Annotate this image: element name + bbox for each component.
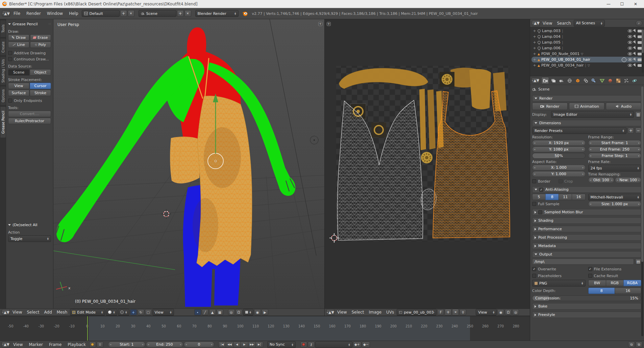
selectability-cursor-icon[interactable]: [633, 35, 637, 39]
outliner-item-label[interactable]: Lamp.004: [542, 34, 561, 39]
manipulator-scale-icon[interactable]: ▢: [145, 309, 152, 315]
aa-samples-16-button[interactable]: 16: [572, 194, 585, 200]
region-split-plus-icon[interactable]: +: [318, 22, 322, 26]
face-select-icon[interactable]: ▲: [209, 309, 216, 315]
convert-button[interactable]: Convert....: [8, 111, 51, 117]
image-datablock-selector[interactable]: pew_00_ub_0034_...: [397, 309, 437, 316]
uv-menu-view[interactable]: View: [335, 309, 349, 316]
timeline-end-field[interactable]: End: 250: [146, 342, 183, 347]
frame-rate-dropdown[interactable]: 24 fps: [588, 165, 642, 171]
outliner-item-label[interactable]: PDW_00_Nude_0001: [541, 52, 579, 56]
timeline-start-field[interactable]: Start: 1: [108, 342, 145, 347]
overwrite-checkbox[interactable]: [532, 267, 536, 271]
deselect-all-panel-header[interactable]: (De)select All: [8, 221, 51, 228]
new-image-button[interactable]: [445, 309, 451, 316]
start-frame-field[interactable]: Start Frame: 1: [588, 140, 642, 146]
continuous-draw-checkbox[interactable]: [8, 57, 12, 61]
selectability-cursor-icon[interactable]: [633, 58, 637, 62]
uv-menu-image[interactable]: Image: [367, 309, 384, 316]
timeline-ruler[interactable]: -50-40-30-20-100102030405060708090100110…: [0, 316, 530, 341]
copy-icon[interactable]: ⧉: [628, 342, 635, 348]
resolution-y-field[interactable]: Y: 1080 px: [532, 146, 586, 152]
menu-file[interactable]: File: [11, 10, 23, 17]
crop-checkbox[interactable]: [559, 179, 563, 183]
delete-keyframe-icon[interactable]: ◆−: [362, 342, 370, 348]
file-extensions-checkbox[interactable]: [588, 267, 592, 271]
timeline-menu-playback[interactable]: Playback: [65, 341, 89, 348]
properties-tab-particles[interactable]: [622, 77, 630, 84]
visibility-eye-icon[interactable]: [628, 47, 632, 50]
properties-tab-render[interactable]: [541, 77, 549, 84]
menu-render[interactable]: Render: [24, 10, 44, 17]
stroke-surface-button[interactable]: Surface: [8, 90, 29, 96]
uv-menu-uvs[interactable]: UVs: [384, 309, 396, 316]
v3d-menu-add[interactable]: Add: [42, 309, 54, 316]
delete-layout-button[interactable]: [128, 10, 134, 17]
visibility-eye-icon[interactable]: [628, 52, 632, 55]
tab-tools[interactable]: Tools: [0, 20, 6, 37]
insert-keyframe-icon[interactable]: ◆+: [353, 342, 361, 348]
channels-bw-button[interactable]: BW: [588, 280, 606, 286]
visibility-eye-icon[interactable]: [628, 64, 632, 67]
end-frame-field[interactable]: End Frame: 250: [588, 146, 642, 152]
opengl-render-anim-icon[interactable]: ▶: [262, 309, 268, 315]
properties-tab-material[interactable]: [606, 77, 614, 84]
timeline-menu-view[interactable]: View: [10, 341, 25, 348]
visibility-eye-icon[interactable]: [628, 29, 632, 32]
uv-proportional-icon[interactable]: ◎: [512, 309, 519, 315]
prev-keyframe-button[interactable]: ◀◀: [226, 342, 233, 348]
snap-element-dropdown[interactable]: [243, 309, 254, 316]
render-presets-dropdown[interactable]: Render Presets: [532, 127, 626, 134]
timeline-menu-frame[interactable]: Frame: [46, 341, 64, 348]
line-button[interactable]: Line: [8, 42, 29, 48]
add-scene-button[interactable]: [177, 10, 184, 17]
v3d-menu-select[interactable]: Select: [25, 309, 41, 316]
keying-options-icon[interactable]: ⚷: [308, 342, 315, 348]
render-engine-dropdown[interactable]: Blender Render: [195, 10, 239, 17]
time-remap-new-field[interactable]: New: 100: [615, 177, 641, 183]
outliner-row[interactable]: + Lamp.006|: [531, 45, 643, 51]
file-browse-icon[interactable]: ▤: [635, 259, 641, 265]
play-reverse-button[interactable]: ◀: [233, 342, 241, 348]
section-post-processing-header[interactable]: Post Processing: [532, 234, 641, 241]
section-freestyle-header[interactable]: Freestyle: [532, 312, 641, 318]
resolution-x-field[interactable]: X: 1920 px: [532, 140, 586, 146]
expand-icon[interactable]: +: [533, 52, 536, 56]
edge-select-icon[interactable]: ╱: [202, 309, 208, 315]
tab-grease-pencil[interactable]: Grease Pencil: [0, 106, 6, 138]
current-frame-field[interactable]: 0: [184, 342, 214, 347]
preset-add-button[interactable]: [628, 128, 634, 134]
file-format-dropdown[interactable]: PNG: [532, 280, 586, 287]
aa-samples-11-button[interactable]: 11: [559, 194, 572, 200]
selectability-cursor-icon[interactable]: [633, 41, 637, 45]
expand-icon[interactable]: +: [533, 34, 536, 39]
tab-shading-uvs[interactable]: Shading / UVs: [0, 56, 6, 85]
aspect-x-field[interactable]: X: 1.000: [532, 165, 586, 170]
display-extra-icon[interactable]: ▥: [635, 111, 641, 117]
uv-view-dropdown[interactable]: View: [476, 309, 497, 316]
manipulator-rotate-icon[interactable]: ↻: [138, 309, 144, 315]
cache-result-checkbox[interactable]: [588, 274, 592, 278]
outliner-menu-search[interactable]: Search: [555, 20, 573, 27]
lock-icon[interactable]: ⌸: [97, 342, 103, 348]
viewport-3d[interactable]: x User Persp (0) PEW_00_UB_0034_01_hair …: [53, 19, 324, 309]
outliner-item-label[interactable]: Lamp.003: [542, 29, 561, 33]
keying-set-dropdown[interactable]: [315, 341, 352, 348]
expand-icon[interactable]: +: [533, 63, 536, 68]
outliner-item-label[interactable]: PEW_00_UB_0034_hair: [541, 63, 584, 68]
aa-samples-5-button[interactable]: 5: [532, 194, 546, 200]
search-icon[interactable]: ⌕: [636, 20, 642, 26]
next-keyframe-button[interactable]: ▶▶: [248, 342, 256, 348]
scene-selector[interactable]: Scene: [139, 10, 176, 17]
data-source-scene-button[interactable]: Scene: [8, 69, 29, 76]
section-performance-header[interactable]: Performance: [532, 226, 641, 232]
antialiasing-checkbox[interactable]: [539, 188, 543, 192]
aa-filter-dropdown[interactable]: Mitchell-Netravali: [588, 194, 642, 200]
maximize-button[interactable]: ☐: [616, 0, 628, 8]
properties-tab-physics[interactable]: [630, 77, 638, 84]
editor-type-properties-icon[interactable]: [531, 78, 540, 84]
proportional-edit-icon[interactable]: ◎: [228, 309, 235, 315]
editor-type-timeline-icon[interactable]: [2, 342, 10, 348]
color-depth-8-button[interactable]: 8: [588, 288, 615, 294]
limit-visible-icon[interactable]: ▦: [217, 309, 223, 315]
